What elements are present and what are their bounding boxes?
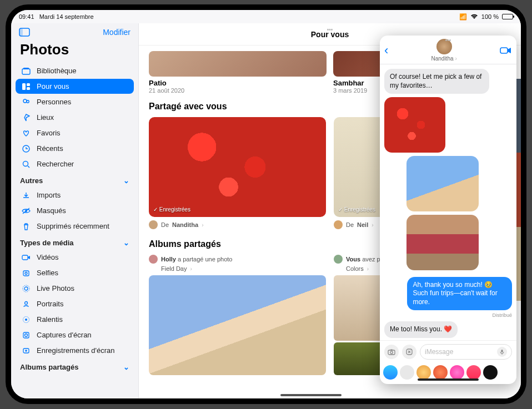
sidebar-item-places[interactable]: Lieux (16, 110, 134, 125)
memory-date: 21 août 2020 (149, 87, 327, 94)
sidebar-group-label: Types de média (20, 239, 74, 247)
dictation-button[interactable] (497, 347, 507, 357)
sidebar-item-label: Enregistrements d'écran (37, 346, 115, 355)
svg-point-7 (23, 99, 27, 103)
svg-point-10 (23, 161, 28, 166)
message-bubble-incoming[interactable]: Me too! Miss you. ❤️ (384, 321, 458, 338)
sidebar-item-library[interactable]: Bibliothèque (16, 63, 134, 78)
wifi-icon (470, 14, 478, 19)
sidebar-item-imports[interactable]: Imports (16, 188, 134, 203)
svg-point-23 (25, 350, 27, 352)
svg-rect-24 (500, 48, 508, 53)
sidebar-item-label: Imports (37, 191, 61, 199)
message-image-attachment[interactable] (384, 97, 445, 153)
album-action: a partagé une photo (178, 256, 232, 262)
screen-recording-icon (21, 347, 31, 355)
svg-rect-5 (27, 83, 30, 86)
svg-rect-20 (23, 332, 29, 338)
sidebar-item-pour-vous[interactable]: Pour vous (16, 79, 134, 94)
memory-card[interactable]: Patio 21 août 2020 (149, 51, 327, 94)
app-strip-icon[interactable] (466, 365, 481, 380)
sidebar-item-label: Bibliothèque (37, 67, 77, 75)
edit-button[interactable]: Modifier (103, 28, 131, 37)
camera-button[interactable] (384, 345, 399, 359)
memory-title: Patio (149, 79, 327, 87)
svg-point-17 (25, 301, 28, 304)
back-button[interactable]: ‹ (384, 43, 388, 58)
imessage-app-strip[interactable] (380, 363, 516, 384)
sidebar-group-autres[interactable]: Autres ⌄ (14, 172, 135, 187)
sidebar-item-recently-deleted[interactable]: Supprimés récemment (16, 219, 134, 234)
contact-header[interactable]: Nanditha › (431, 39, 456, 62)
live-photo-icon (21, 285, 31, 292)
message-image-attachment[interactable] (406, 156, 479, 211)
selfie-icon (21, 269, 31, 277)
status-bar: 09:41 Mardi 14 septembre 📶 100 % (11, 10, 521, 23)
sidebar-item-label: Pour vous (37, 82, 69, 90)
from-prefix: De (161, 221, 169, 228)
sidebar-toggle-icon[interactable] (19, 28, 30, 37)
message-bubble-outgoing[interactable]: Ah, thank you so much! 🥹 Such fun trips—… (407, 277, 512, 311)
sidebar-item-slomo[interactable]: Ralentis (16, 312, 134, 327)
sidebar-item-live-photos[interactable]: Live Photos (16, 281, 134, 296)
svg-point-19 (25, 319, 27, 321)
slomo-icon (21, 316, 31, 324)
slideover-messages[interactable]: ••• ‹ Nanditha › Of course! Let me pick … (380, 36, 516, 384)
sidebar-item-screenshots[interactable]: Captures d'écran (16, 327, 134, 342)
sidebar-item-recents[interactable]: Récents (16, 141, 134, 156)
svg-rect-2 (22, 69, 30, 74)
svg-point-8 (27, 100, 29, 102)
multitask-dots-icon[interactable]: ••• (327, 27, 333, 33)
shared-from-row[interactable]: De Nanditha › (149, 220, 326, 229)
album-who: Vous (346, 256, 360, 262)
shared-card[interactable]: ✓ Enregistrées De Nanditha › (149, 117, 326, 229)
message-placeholder: iMessage (425, 348, 453, 356)
svg-rect-1 (19, 28, 23, 36)
app-strip-icon[interactable] (450, 365, 464, 380)
message-bubble-incoming[interactable]: Of course! Let me pick a few of my favor… (384, 69, 489, 94)
message-image-attachment[interactable] (406, 215, 479, 270)
home-indicator[interactable] (418, 378, 479, 381)
sidebar-group-shared-albums[interactable]: Albums partagés ⌄ (14, 358, 135, 373)
portrait-icon (21, 300, 31, 308)
screenshot-icon (21, 331, 31, 339)
search-icon (21, 160, 31, 168)
sidebar-item-label: Vidéos (37, 253, 59, 261)
svg-point-16 (23, 285, 29, 292)
album-thumbnail (149, 275, 326, 375)
sidebar-item-screen-recordings[interactable]: Enregistrements d'écran (16, 343, 134, 358)
facetime-button[interactable] (500, 47, 512, 54)
app-strip-icon[interactable] (383, 365, 398, 380)
app-store-button[interactable] (402, 345, 416, 359)
sidebar-item-videos[interactable]: Vidéos (16, 250, 134, 265)
sidebar-group-media[interactable]: Types de média ⌄ (14, 234, 135, 249)
saved-badge: ✓ Enregistrées (338, 206, 375, 213)
shared-album-card[interactable]: Holly a partagé une photo Field Day › (149, 255, 326, 375)
sidebar-item-portraits[interactable]: Portraits (16, 296, 134, 311)
avatar (334, 255, 343, 264)
chevron-right-icon: › (455, 55, 457, 62)
multitask-dots-icon[interactable]: ••• (445, 37, 451, 43)
app-strip-icon[interactable] (433, 365, 448, 380)
sidebar-item-search[interactable]: Rechercher (16, 156, 134, 171)
chevron-right-icon: › (372, 222, 373, 228)
app-strip-icon[interactable] (483, 365, 498, 380)
saved-badge: ✓ Enregistrées (153, 206, 190, 213)
svg-rect-4 (22, 83, 26, 90)
sidebar-item-people[interactable]: Personnes (16, 94, 134, 109)
svg-rect-27 (390, 350, 393, 351)
app-strip-icon[interactable] (416, 365, 431, 380)
home-indicator[interactable] (280, 394, 342, 396)
messages-header: ••• ‹ Nanditha › (380, 36, 516, 64)
sidebar-item-favorites[interactable]: Favoris (16, 125, 134, 140)
sidebar-item-label: Captures d'écran (37, 331, 92, 339)
sidebar-item-hidden[interactable]: Masqués (16, 203, 134, 218)
svg-point-21 (25, 334, 28, 336)
sidebar-item-selfies[interactable]: Selfies (16, 265, 134, 280)
message-input[interactable]: iMessage (420, 344, 512, 360)
app-strip-icon[interactable] (400, 365, 414, 380)
sidebar-item-label: Masqués (37, 206, 66, 215)
sidebar-title: Photos (14, 39, 135, 63)
location-icon (21, 114, 31, 122)
messages-body[interactable]: Of course! Let me pick a few of my favor… (380, 64, 516, 340)
